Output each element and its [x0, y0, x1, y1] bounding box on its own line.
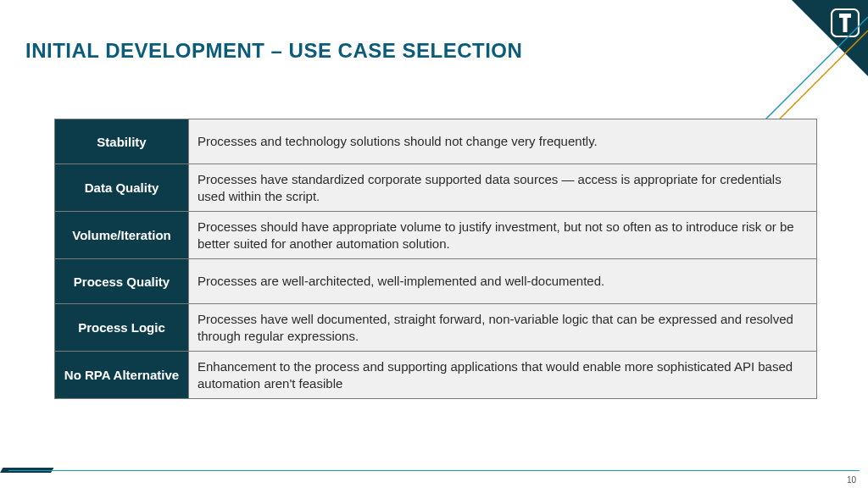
table-row: Stability Processes and technology solut… [55, 119, 816, 164]
row-desc: Enhancement to the process and supportin… [189, 352, 816, 398]
corner-badge [792, 0, 868, 76]
table-row: Data Quality Processes have standardized… [55, 164, 816, 212]
row-label: Volume/Iteration [55, 212, 189, 258]
table-row: Process Logic Processes have well docume… [55, 304, 816, 352]
row-desc: Processes should have appropriate volume… [189, 212, 816, 258]
slide: INITIAL DEVELOPMENT – USE CASE SELECTION… [0, 0, 868, 488]
thunderbird-logo-icon [831, 8, 860, 37]
footer-accent [0, 468, 868, 474]
row-label: Process Logic [55, 304, 189, 351]
table-row: Volume/Iteration Processes should have a… [55, 212, 816, 259]
criteria-table: Stability Processes and technology solut… [54, 119, 817, 399]
row-label: No RPA Alternative [55, 352, 189, 398]
page-number: 10 [847, 475, 856, 485]
svg-rect-2 [843, 14, 848, 32]
row-desc: Processes and technology solutions shoul… [189, 119, 816, 164]
slide-title: INITIAL DEVELOPMENT – USE CASE SELECTION [25, 39, 522, 63]
table-row: No RPA Alternative Enhancement to the pr… [55, 352, 816, 398]
row-label: Stability [55, 119, 189, 164]
row-desc: Processes are well-architected, well-imp… [189, 259, 816, 303]
row-label: Data Quality [55, 164, 189, 211]
table-row: Process Quality Processes are well-archi… [55, 259, 816, 304]
row-desc: Processes have standardized corporate su… [189, 164, 816, 211]
row-desc: Processes have well documented, straight… [189, 304, 816, 351]
row-label: Process Quality [55, 259, 189, 303]
